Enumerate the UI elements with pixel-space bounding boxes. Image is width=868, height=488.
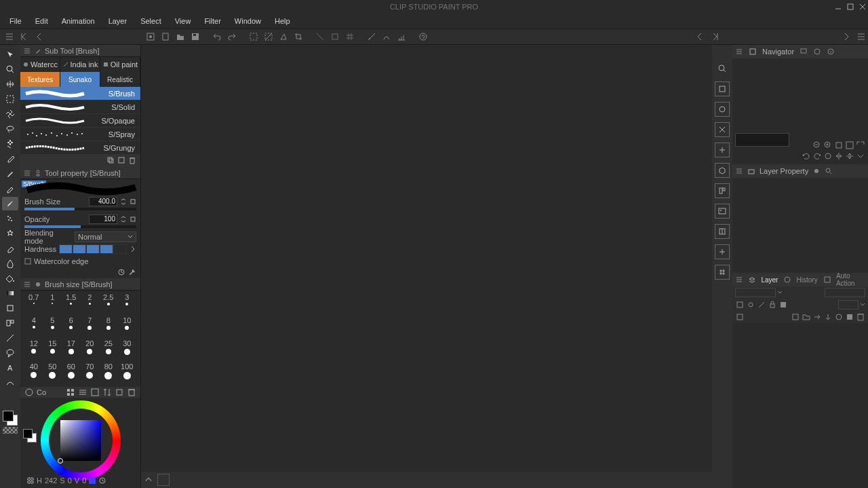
flip-menu-icon[interactable]: [856, 151, 865, 161]
navigator-icon[interactable]: [749, 48, 757, 56]
cmd-open-icon[interactable]: [174, 30, 187, 43]
size-delete-icon[interactable]: [127, 388, 136, 397]
brush-size-input[interactable]: 400.0: [89, 197, 117, 206]
brush-size-preset[interactable]: 8: [99, 316, 118, 338]
cmd-menu-icon[interactable]: [3, 30, 16, 43]
tool-pen[interactable]: [2, 167, 18, 181]
cmd-undo-icon[interactable]: [210, 30, 224, 43]
panel-menu-icon[interactable]: [735, 276, 743, 284]
brush-size-preset[interactable]: 2.5: [99, 293, 118, 315]
cmd-crop-icon[interactable]: [292, 30, 305, 43]
brush-size-slider[interactable]: [24, 208, 136, 210]
layer-mask-icon[interactable]: [834, 312, 844, 322]
hardness-selector[interactable]: [59, 244, 127, 254]
menu-layer[interactable]: Layer: [102, 15, 134, 27]
tool-move[interactable]: [2, 77, 18, 91]
chevron-down-icon[interactable]: [860, 302, 865, 307]
menu-animation[interactable]: Animation: [55, 15, 102, 27]
dock-image-icon[interactable]: [715, 204, 730, 219]
current-color-swatch[interactable]: [89, 477, 96, 484]
brush-duplicate-icon[interactable]: [106, 156, 115, 166]
cmd-right-collapse-left-icon[interactable]: [693, 30, 707, 43]
draft-icon[interactable]: [757, 300, 766, 309]
cmd-ruler-off-icon[interactable]: [313, 30, 327, 43]
layer-property-tab[interactable]: Layer Property: [760, 167, 808, 175]
dock-pose-icon[interactable]: [715, 224, 730, 239]
tool-lasso[interactable]: [2, 122, 18, 136]
tool-wand[interactable]: [2, 137, 18, 151]
brush-size-preset[interactable]: 3: [118, 293, 137, 315]
layer-tab[interactable]: Layer: [761, 276, 778, 284]
brush-size-preset[interactable]: 50: [43, 362, 62, 384]
lock-icon[interactable]: [768, 300, 777, 309]
tool-zoom[interactable]: [2, 62, 18, 76]
brush-size-preset[interactable]: 2: [81, 293, 100, 315]
zoom-in-icon[interactable]: [823, 140, 833, 150]
zoom-out-icon[interactable]: [812, 140, 822, 150]
dock-close-icon[interactable]: [715, 122, 730, 137]
minimize-icon[interactable]: [833, 1, 844, 12]
color-history-icon[interactable]: [98, 476, 106, 485]
cmd-deselect-icon[interactable]: [262, 30, 275, 43]
zoom-fit-icon[interactable]: [834, 140, 844, 150]
brush-size-preset[interactable]: 15: [43, 339, 62, 361]
blending-dropdown[interactable]: Normal: [75, 231, 136, 242]
size-sort-icon[interactable]: [102, 388, 112, 397]
dock-material-icon[interactable]: [715, 81, 730, 96]
dock-search-icon[interactable]: [715, 61, 730, 76]
brush-item-sgrungy[interactable]: S/Grungy: [20, 141, 140, 155]
mask-icon[interactable]: [778, 300, 788, 309]
brush-size-preset[interactable]: 4: [24, 316, 43, 338]
tool-blend[interactable]: [2, 257, 18, 270]
wrench-icon[interactable]: [128, 268, 136, 278]
tool-pencil[interactable]: [2, 182, 18, 195]
info-icon[interactable]: [827, 48, 835, 56]
spinner-icon[interactable]: [120, 198, 127, 205]
brush-item-sopaque[interactable]: S/Opaque: [20, 114, 140, 128]
chevron-right-icon[interactable]: [130, 246, 136, 252]
brush-item-sbrush[interactable]: S/Brush: [20, 87, 140, 100]
size-grid-icon[interactable]: [66, 388, 75, 397]
tool-ruler[interactable]: [2, 331, 18, 345]
tool-move-layer[interactable]: [2, 107, 18, 121]
clip-icon[interactable]: [735, 300, 745, 309]
brush-size-preset[interactable]: 30: [118, 339, 137, 361]
tool-brush[interactable]: [2, 197, 18, 210]
cmd-save-icon[interactable]: [189, 30, 202, 43]
zoom-full-icon[interactable]: [856, 140, 865, 150]
dock-3d-icon[interactable]: [715, 163, 730, 178]
subview-icon[interactable]: [800, 48, 808, 56]
brush-size-preset[interactable]: 25: [99, 339, 118, 361]
history-icon[interactable]: [783, 276, 791, 284]
brush-delete-icon[interactable]: [128, 156, 136, 166]
brush-size-preset[interactable]: 0.7: [24, 293, 43, 315]
tool-frame[interactable]: [2, 316, 18, 330]
lp-tone-icon[interactable]: [812, 167, 821, 175]
maximize-icon[interactable]: [845, 1, 856, 12]
opacity-slider[interactable]: [24, 225, 136, 228]
ref-icon[interactable]: [746, 300, 755, 309]
dock-color-icon[interactable]: [715, 102, 730, 117]
cmd-far-right-next-icon[interactable]: [840, 30, 853, 43]
brush-item-ssolid[interactable]: S/Solid: [20, 100, 140, 114]
brush-size-preset[interactable]: 17: [62, 339, 81, 361]
brush-size-header[interactable]: Brush size [S/Brush]: [20, 278, 140, 290]
brush-size-preset[interactable]: 5: [43, 316, 62, 338]
chevron-down-icon[interactable]: [777, 290, 783, 295]
brush-size-preset[interactable]: 80: [99, 362, 118, 384]
rotate-ccw-icon[interactable]: [802, 151, 811, 161]
menu-help[interactable]: Help: [268, 15, 297, 27]
zoom-100-icon[interactable]: [845, 140, 854, 150]
brush-size-preset[interactable]: 7: [81, 316, 100, 338]
cmd-grid-icon[interactable]: [343, 30, 357, 43]
tool-airbrush[interactable]: [2, 212, 18, 225]
tab-india-ink[interactable]: India ink: [60, 57, 100, 72]
cmd-select-icon[interactable]: [247, 30, 260, 43]
tool-correct-line[interactable]: [2, 376, 18, 390]
checkbox-icon[interactable]: [24, 258, 31, 265]
size-list-icon[interactable]: [78, 388, 87, 397]
cmd-collapse-left-icon[interactable]: [18, 30, 31, 43]
rotate-reset-icon[interactable]: [823, 151, 833, 161]
apply-mask-icon[interactable]: [845, 312, 854, 322]
tool-eyedropper[interactable]: [2, 152, 18, 166]
